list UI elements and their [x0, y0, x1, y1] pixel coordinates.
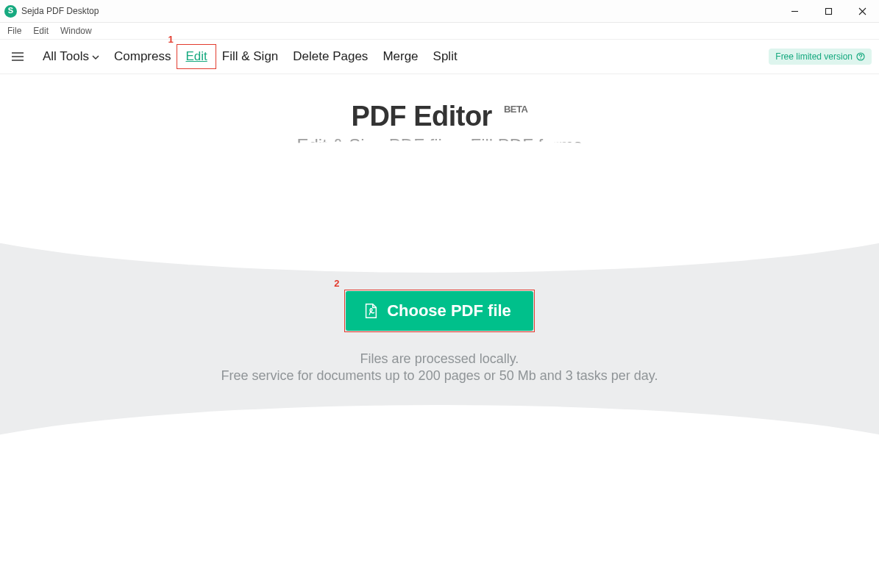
window-title: Sejda PDF Desktop	[21, 6, 99, 16]
close-button[interactable]	[845, 0, 879, 22]
split-button[interactable]: Split	[426, 46, 465, 67]
menu-window[interactable]: Window	[54, 25, 98, 37]
annotation-number-2: 2	[334, 278, 339, 289]
help-icon	[856, 52, 865, 61]
app-logo: S	[4, 5, 17, 18]
compress-button[interactable]: Compress	[107, 46, 178, 67]
all-tools-label: All Tools	[43, 49, 89, 64]
version-badge[interactable]: Free limited version	[769, 49, 872, 65]
svg-point-8	[860, 58, 861, 59]
minimize-button[interactable]	[777, 0, 811, 22]
background-wave	[0, 229, 879, 449]
window-buttons	[777, 0, 879, 22]
info-line-2: Free service for documents up to 200 pag…	[0, 368, 879, 384]
choose-pdf-button[interactable]: Choose PDF file	[346, 291, 533, 331]
page-title: PDF Editor BETA	[352, 101, 528, 132]
chevron-down-icon	[92, 54, 99, 61]
hamburger-icon[interactable]	[7, 40, 28, 74]
pdf-file-icon	[363, 303, 378, 319]
annotation-number-1: 1	[168, 34, 173, 45]
cta-wrap: Choose PDF file 2	[346, 291, 533, 331]
menu-file[interactable]: File	[1, 25, 27, 37]
toolbar: All Tools Compress Edit Fill & Sign Dele…	[0, 40, 879, 74]
all-tools-dropdown[interactable]: All Tools	[35, 46, 107, 67]
edit-button[interactable]: Edit	[178, 46, 214, 67]
delete-pages-button[interactable]: Delete Pages	[285, 46, 375, 67]
version-badge-label: Free limited version	[775, 51, 853, 62]
main-content: PDF Editor BETA Edit & Sign PDF files, F…	[0, 74, 879, 588]
svg-rect-1	[825, 8, 831, 14]
title-bar: S Sejda PDF Desktop	[0, 0, 879, 23]
choose-pdf-label: Choose PDF file	[387, 301, 511, 320]
maximize-button[interactable]	[811, 0, 845, 22]
menu-edit[interactable]: Edit	[27, 25, 54, 37]
menu-bar: File Edit Window	[0, 23, 879, 40]
info-line-1: Files are processed locally.	[0, 351, 879, 367]
beta-badge: BETA	[504, 104, 527, 115]
fill-sign-button[interactable]: Fill & Sign	[215, 46, 286, 67]
merge-button[interactable]: Merge	[375, 46, 425, 67]
